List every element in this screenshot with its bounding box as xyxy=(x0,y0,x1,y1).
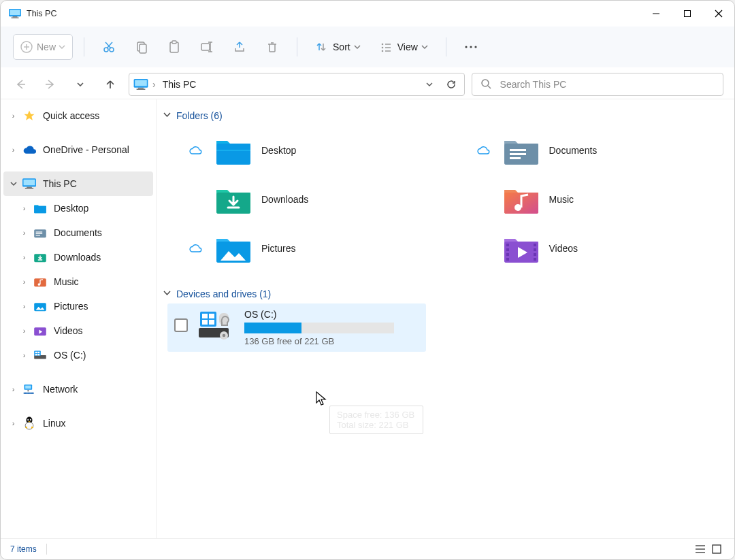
new-button[interactable]: New xyxy=(13,34,73,60)
chevron-right-icon[interactable]: › xyxy=(7,146,19,154)
sidebar-item-downloads[interactable]: › Downloads xyxy=(3,245,153,269)
nav-row: › This PC xyxy=(1,67,734,99)
maximize-button[interactable] xyxy=(672,1,703,27)
svg-point-36 xyxy=(482,80,489,86)
svg-rect-68 xyxy=(216,144,250,165)
view-label: View xyxy=(397,42,418,52)
group-header-folders[interactable]: Folders (6) xyxy=(163,110,728,121)
sidebar-item-music[interactable]: › Music xyxy=(3,269,153,294)
chevron-right-icon[interactable]: › xyxy=(18,327,30,335)
sidebar-item-onedrive[interactable]: › OneDrive - Personal xyxy=(3,137,153,162)
rename-button[interactable] xyxy=(193,34,220,60)
svg-rect-79 xyxy=(506,244,509,246)
minimize-button[interactable] xyxy=(640,1,672,27)
chevron-down-icon xyxy=(59,44,65,50)
sidebar-item-os-c[interactable]: › OS (C:) xyxy=(3,343,153,367)
svg-line-37 xyxy=(488,86,491,88)
svg-rect-3 xyxy=(11,18,18,18)
chevron-right-icon[interactable]: › xyxy=(7,112,19,120)
sidebar-item-desktop[interactable]: › Desktop xyxy=(3,196,153,220)
svg-rect-60 xyxy=(27,390,29,392)
network-icon xyxy=(22,382,36,397)
chevron-down-icon[interactable] xyxy=(7,180,19,187)
up-button[interactable] xyxy=(99,73,122,96)
folder-label: Music xyxy=(549,194,574,205)
svg-point-23 xyxy=(381,44,383,46)
sidebar-item-videos[interactable]: › Videos xyxy=(3,318,153,343)
svg-point-31 xyxy=(474,46,476,48)
chevron-right-icon[interactable]: › xyxy=(7,419,19,427)
folder-label: Videos xyxy=(549,243,578,254)
more-button[interactable] xyxy=(457,34,485,60)
chevron-right-icon[interactable]: › xyxy=(18,253,30,261)
details-view-button[interactable] xyxy=(692,542,708,557)
svg-rect-52 xyxy=(34,355,46,359)
svg-rect-34 xyxy=(138,88,144,89)
sidebar-label: Music xyxy=(54,276,79,287)
back-button[interactable] xyxy=(9,73,32,96)
sort-label: Sort xyxy=(333,42,350,52)
pictures-folder-icon xyxy=(33,299,47,314)
folder-downloads[interactable]: Downloads xyxy=(180,177,440,222)
plus-circle-icon xyxy=(20,41,33,53)
thumbnails-view-button[interactable] xyxy=(708,542,725,557)
paste-button[interactable] xyxy=(161,34,188,60)
share-button[interactable] xyxy=(226,34,253,60)
breadcrumb-this-pc[interactable]: This PC xyxy=(160,78,199,91)
toolbar: New Sort View xyxy=(1,27,734,67)
sidebar-item-network[interactable]: › Network xyxy=(3,377,153,401)
group-header-label: Devices and drives (1) xyxy=(176,289,271,299)
forward-button[interactable] xyxy=(39,73,62,96)
chevron-down-icon xyxy=(421,44,428,50)
chevron-right-icon[interactable]: › xyxy=(18,278,30,286)
chevron-right-icon[interactable]: › xyxy=(18,229,30,237)
chevron-right-icon[interactable]: › xyxy=(7,385,19,393)
recent-locations-button[interactable] xyxy=(69,73,92,96)
chevron-right-icon[interactable]: › xyxy=(18,302,30,310)
toolbar-divider xyxy=(297,37,297,56)
chevron-right-icon[interactable]: › xyxy=(18,204,30,212)
group-header-drives[interactable]: Devices and drives (1) xyxy=(163,289,728,299)
sidebar-item-linux[interactable]: › Linux xyxy=(3,411,153,435)
chevron-down-icon xyxy=(354,44,361,50)
svg-rect-41 xyxy=(24,188,33,189)
drive-checkbox[interactable] xyxy=(174,318,188,332)
address-history-button[interactable] xyxy=(421,76,438,93)
search-icon xyxy=(480,78,492,90)
folder-music[interactable]: Music xyxy=(468,177,728,222)
svg-rect-45 xyxy=(35,233,42,234)
svg-rect-72 xyxy=(510,157,521,159)
cloud-sync-icon xyxy=(473,146,493,155)
cut-button[interactable] xyxy=(95,34,122,60)
folder-videos[interactable]: Videos xyxy=(468,226,728,271)
share-icon xyxy=(233,40,246,54)
folder-pictures[interactable]: Pictures xyxy=(180,226,440,271)
sidebar-item-quick-access[interactable]: › Quick access xyxy=(3,103,153,128)
view-button[interactable]: View xyxy=(373,34,435,60)
copy-button[interactable] xyxy=(128,34,155,60)
drive-os-c[interactable]: OS (C:) 136 GB free of 221 GB xyxy=(167,303,426,352)
close-button[interactable] xyxy=(703,1,734,27)
folder-desktop[interactable]: Desktop xyxy=(180,128,440,173)
chevron-down-icon xyxy=(76,80,84,88)
sidebar-item-documents[interactable]: › Documents xyxy=(3,220,153,245)
window-title: This PC xyxy=(27,9,56,18)
refresh-button[interactable] xyxy=(442,76,460,93)
search-input[interactable] xyxy=(499,78,715,90)
delete-button[interactable] xyxy=(259,34,286,60)
sort-button[interactable]: Sort xyxy=(308,34,368,60)
folders-grid: Desktop Documents Downloads Music xyxy=(163,125,728,283)
sidebar-item-this-pc[interactable]: This PC xyxy=(3,171,153,196)
sidebar-label: Downloads xyxy=(54,252,101,263)
sidebar-item-pictures[interactable]: › Pictures xyxy=(3,294,153,318)
search-box[interactable] xyxy=(472,73,723,96)
address-bar[interactable]: › This PC xyxy=(129,73,465,96)
folder-label: Desktop xyxy=(261,145,296,156)
this-pc-icon xyxy=(22,177,36,191)
chevron-right-icon[interactable]: › xyxy=(18,351,30,359)
sidebar-label: Quick access xyxy=(43,110,99,121)
refresh-icon xyxy=(446,79,457,90)
folder-label: Documents xyxy=(549,145,598,156)
folder-documents[interactable]: Documents xyxy=(468,128,728,173)
sidebar-label: This PC xyxy=(43,178,77,189)
